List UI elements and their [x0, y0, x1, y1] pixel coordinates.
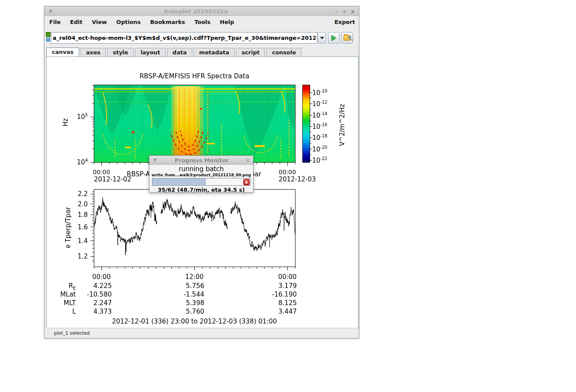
plot-canvas-area[interactable]: RBSP-A/EMFISIS HFR Spectra Data Hz 105 1…	[46, 56, 358, 328]
tab-script[interactable]: script	[236, 48, 265, 56]
tab-console[interactable]: console	[266, 48, 301, 56]
context-mlt-val-0: 2.247	[69, 299, 112, 307]
datasource-green-icon[interactable]	[46, 32, 51, 37]
window-menu-arrow-icon[interactable]: ▼	[45, 9, 57, 14]
spectra-ytick-1e4: 104	[66, 158, 88, 166]
datasource-blue-icon[interactable]	[46, 38, 50, 42]
go-button[interactable]	[328, 32, 340, 44]
spectra-xtick-left: 00:00	[89, 169, 114, 175]
menu-item-file[interactable]: File	[45, 18, 66, 26]
menu-item-tools[interactable]: Tools	[190, 18, 215, 26]
menu-item-edit[interactable]: Edit	[66, 18, 87, 26]
colorbar-tick-5: 10-20	[312, 145, 327, 153]
progress-status-label: 35/62 (48.7/min, eta 34.5 s)	[149, 187, 253, 193]
menu-item-options[interactable]: Options	[112, 18, 146, 26]
context-re-val-0: 4.225	[69, 282, 112, 290]
spectra-plot-title: RBSP-A/EMFISIS HFR Spectra Data	[111, 72, 278, 80]
line-xtick-0: 00:00	[89, 273, 114, 281]
expert-mode-label[interactable]: Expert	[330, 18, 359, 26]
context-l-val-1: 5.760	[161, 308, 204, 315]
menu-item-bookmarks[interactable]: Bookmarks	[146, 18, 190, 26]
progress-monitor-dialog: ▼ Progress Monitor × running batch write…	[149, 155, 254, 193]
spectra-xdate-left: 2012-12-02	[93, 175, 132, 183]
uri-input[interactable]	[51, 32, 317, 44]
context-mlat-val-2: -16.190	[254, 291, 297, 298]
status-bar: plot_1 selected	[45, 328, 359, 338]
line-ytick-2.0: 2.0	[66, 200, 88, 208]
context-mlt-val-1: 5.398	[161, 299, 204, 307]
colorbar-tick-1: 10-12	[312, 100, 327, 108]
progress-bar	[152, 178, 251, 186]
folder-search-icon	[343, 35, 351, 41]
colorbar-tick-4: 10-18	[312, 134, 327, 142]
spectra-ytick-1e5: 105	[66, 113, 88, 121]
context-mlat-val-1: -1.544	[161, 291, 204, 298]
inspect-uri-button[interactable]	[341, 32, 353, 44]
line-ytick-1.2: 1.2	[66, 252, 88, 260]
close-button[interactable]: x	[351, 8, 355, 15]
context-re-val-2: 3.179	[254, 282, 297, 290]
tab-metadata[interactable]: metadata	[194, 48, 235, 56]
menu-bar: File Edit View Options Bookmarks Tools H…	[45, 17, 359, 27]
uri-dropdown-button[interactable]	[318, 32, 326, 44]
progress-cancel-button[interactable]: x	[243, 179, 250, 185]
minimize-button[interactable]: –	[335, 8, 338, 15]
progress-dialog-titlebar[interactable]: ▼ Progress Monitor ×	[149, 156, 253, 165]
tab-canvas[interactable]: canvas	[46, 48, 79, 56]
play-icon	[331, 35, 336, 41]
progress-menu-arrow-icon[interactable]: ▼	[149, 158, 161, 162]
context-l-val-0: 4.373	[69, 308, 112, 315]
spectra-xtick-right: 00:00	[275, 169, 300, 175]
line-ytick-1.6: 1.6	[66, 223, 88, 231]
spectra-xdate-right: 2012-12-03	[278, 175, 316, 183]
progress-close-button[interactable]: ×	[243, 157, 253, 163]
colorbar-tick-0: 10-10	[312, 89, 327, 97]
tab-layout[interactable]: layout	[135, 48, 166, 56]
autoplot-window: ▼ Autoplot 20190221a – + x File Edit Vie…	[44, 6, 359, 339]
line-plot-title-fragment-left: RBSP-A	[127, 170, 150, 178]
line-xtick-2: 00:00	[275, 273, 300, 281]
menu-item-help[interactable]: Help	[215, 18, 239, 26]
colorbar-tick-6: 10-22	[312, 156, 327, 164]
chevron-down-icon	[320, 37, 324, 39]
context-mlat-val-0: -10.580	[69, 291, 112, 298]
context-l-val-2: 3.447	[254, 308, 297, 315]
progress-dialog-title: Progress Monitor	[161, 157, 243, 163]
tab-bar: canvas axes style layout data metadata s…	[46, 48, 357, 56]
context-re-val-1: 5.756	[161, 282, 204, 290]
progress-bar-fill	[152, 178, 206, 185]
time-range-label: 2012-12-01 (336) 23:00 to 2012-12-03 (33…	[94, 318, 295, 325]
context-mlt-val-2: 8.125	[254, 299, 297, 307]
maximize-button[interactable]: +	[342, 8, 347, 15]
colorbar-tick-2: 10-14	[312, 111, 327, 119]
line-xtick-1: 12:00	[182, 273, 207, 281]
line-ytick-1.8: 1.8	[66, 211, 88, 219]
progress-detail-label: write /hom...walk3/product_20121218_00.p…	[149, 173, 253, 177]
tab-style[interactable]: style	[107, 48, 134, 56]
menu-item-view[interactable]: View	[87, 18, 111, 26]
status-text: plot_1 selected	[45, 330, 90, 336]
window-titlebar[interactable]: ▼ Autoplot 20190221a – + x	[45, 6, 359, 17]
progress-task-label: running batch	[149, 165, 253, 173]
tab-data[interactable]: data	[167, 48, 192, 56]
line-ytick-1.4: 1.4	[66, 237, 88, 245]
tab-axes[interactable]: axes	[81, 48, 106, 56]
window-title: Autoplot 20190221a	[57, 8, 335, 15]
uri-toolbar	[45, 27, 359, 48]
line-ytick-2.2: 2.2	[66, 190, 88, 198]
colorbar-unit-label: V^2/m^2/Hz	[338, 104, 346, 146]
colorbar-tick-3: 10-16	[312, 122, 327, 131]
